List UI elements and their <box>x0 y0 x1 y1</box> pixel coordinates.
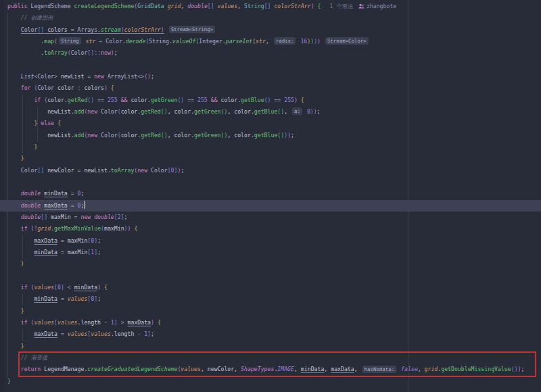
code-line[interactable]: } <box>0 153 541 164</box>
code-token <box>164 26 168 33</box>
code-token: values <box>34 319 54 326</box>
code-line[interactable]: double[] maxMin = new double[2]; <box>0 212 541 223</box>
code-token: ; <box>151 73 154 80</box>
code-line[interactable]: minData = maxMin[1]; <box>0 247 541 258</box>
code-line[interactable]: // 渐变值 <box>0 352 541 364</box>
code-token: public <box>7 3 31 9</box>
code-line[interactable]: List<Color> newList = new ArrayList<>(); <box>0 71 541 82</box>
inlay-hint-chip[interactable]: radix: <box>274 37 296 45</box>
inlay-hint-chip[interactable]: Stream<Color> <box>325 37 369 45</box>
code-token: [] <box>41 214 47 220</box>
code-line[interactable]: if (values[values.length - 1] > maxData)… <box>0 317 541 328</box>
code-token: [] <box>37 167 44 174</box>
code-token: = <box>68 190 78 197</box>
code-line[interactable]: .toArray(Color[]::new); <box>0 47 541 59</box>
inlay-hint-chip[interactable]: a: <box>292 107 302 115</box>
code-line[interactable]: newList.add(new Color(color.getRed(), co… <box>0 106 541 118</box>
code-line[interactable]: .map(String str → Color.decode(String.va… <box>0 36 541 47</box>
code-token: newList <box>61 73 87 80</box>
code-token: ; <box>317 108 321 115</box>
code-token <box>7 284 21 291</box>
code-token: () <box>277 108 284 115</box>
code-token <box>7 190 21 197</box>
code-line[interactable]: Color[] colors = Arrays.stream(colorStrA… <box>0 24 541 36</box>
author-code-lens[interactable]: zhangbote <box>367 3 396 9</box>
code-line[interactable]: } <box>0 376 541 387</box>
code-line[interactable]: double maxData = 0; <box>0 200 541 212</box>
inlay-hint-chip[interactable]: String <box>59 37 81 45</box>
code-line[interactable]: minData = values[0]; <box>0 293 541 305</box>
code-line[interactable]: } <box>0 258 541 270</box>
code-token: () <box>144 73 151 80</box>
code-token: ) <box>151 319 158 326</box>
code-token <box>7 295 34 302</box>
code-token <box>7 237 34 244</box>
code-token: ; <box>97 295 101 302</box>
code-token: <> <box>137 73 144 80</box>
code-line[interactable]: public LegendScheme createLegendScheme(G… <box>0 1 541 12</box>
code-token: maxData <box>34 330 57 337</box>
code-token: Color <box>37 73 54 80</box>
inlay-hint-chip[interactable]: hasNodata: <box>362 366 397 373</box>
code-token: colorStrArr <box>124 26 161 33</box>
code-token: == <box>184 97 197 103</box>
code-token: = <box>74 214 81 220</box>
code-line[interactable]: if (color.getRed() == 255 && color.getGr… <box>0 95 541 106</box>
code-token: ; <box>291 132 294 139</box>
code-token: () <box>177 97 184 103</box>
code-token: ; <box>114 49 118 56</box>
code-token: LegendManage. <box>44 366 87 372</box>
code-token: String <box>149 38 169 45</box>
code-line[interactable]: double minData = 0; <box>0 188 541 199</box>
code-token: getMaxMinValue <box>54 225 101 232</box>
code-line[interactable] <box>0 176 541 188</box>
code-token: :: <box>94 49 101 56</box>
code-token: { <box>134 225 137 232</box>
code-token: } <box>21 343 24 349</box>
code-token: Arrays <box>78 26 98 33</box>
code-token: maxMin <box>47 214 74 220</box>
code-token: newList. <box>7 132 74 139</box>
code-token: maxData <box>128 319 151 326</box>
code-token: { <box>57 120 61 126</box>
code-token: else <box>41 120 57 126</box>
author-icon <box>358 1 364 13</box>
code-token: toArray <box>111 167 135 174</box>
code-token <box>7 84 21 91</box>
code-token: getGreen <box>194 132 220 139</box>
code-token: == <box>270 97 284 103</box>
usages-code-lens[interactable]: 1 个用法 <box>321 3 352 9</box>
code-line[interactable]: newList.add(new Color(color.getRed(), co… <box>0 130 541 141</box>
code-token: new <box>87 132 101 139</box>
code-token: getBlue <box>254 132 278 139</box>
code-token: // 创建图例 <box>7 14 53 21</box>
code-line[interactable]: } <box>0 341 541 352</box>
code-line[interactable]: if (!grid.getMaxMinValue(maxMin)) { <box>0 223 541 235</box>
code-token: = <box>78 167 85 174</box>
code-line[interactable]: Color[] newColor = newList.toArray(new C… <box>0 165 541 176</box>
code-token: valueOf <box>172 38 196 45</box>
code-line[interactable]: return LegendManage.createGraduatedLegen… <box>0 364 541 375</box>
code-token <box>7 366 21 372</box>
code-token <box>7 167 21 174</box>
code-line[interactable]: } <box>0 141 541 153</box>
code-token <box>7 73 21 80</box>
code-line[interactable]: maxData = values[values.length - 1]; <box>0 328 541 340</box>
code-token <box>321 38 324 45</box>
code-line[interactable] <box>0 270 541 282</box>
code-token: double <box>94 214 114 220</box>
code-line[interactable]: } else { <box>0 118 541 129</box>
code-line[interactable]: for (Color color : colors) { <box>0 82 541 94</box>
code-token: ; <box>181 167 184 174</box>
inlay-hint-chip[interactable]: Stream<String> <box>169 26 215 33</box>
code-token: ShapeTypes <box>241 366 274 372</box>
code-line[interactable]: if (values[0] < minData) { <box>0 282 541 293</box>
code-token: = <box>87 73 94 80</box>
code-token: color <box>54 84 78 91</box>
code-token: if <box>21 225 31 232</box>
code-line[interactable]: // 创建图例 <box>0 12 541 24</box>
code-line[interactable] <box>0 59 541 71</box>
code-editor[interactable]: public LegendScheme createLegendScheme(G… <box>0 0 541 392</box>
code-line[interactable]: } <box>0 305 541 317</box>
code-line[interactable]: maxData = maxMin[0]; <box>0 235 541 247</box>
